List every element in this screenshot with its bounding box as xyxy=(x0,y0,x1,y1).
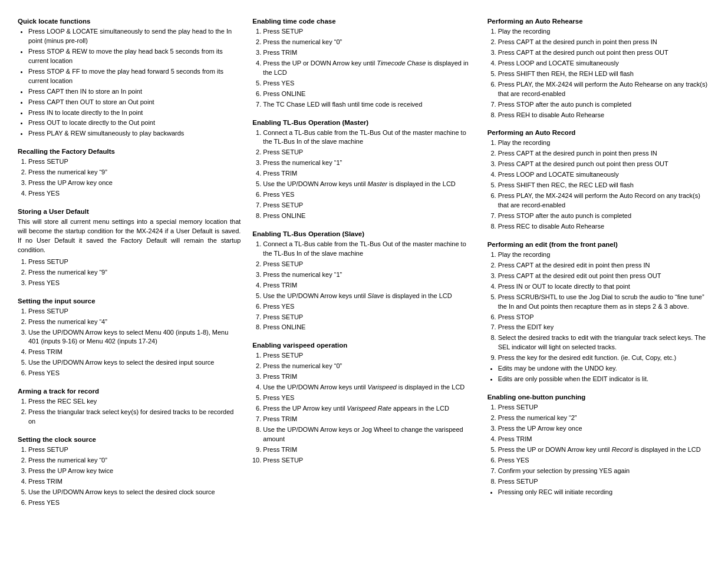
list-item: Press STOP & FF to move the play head fo… xyxy=(28,67,241,86)
list-item: Connect a TL-Bus cable from the TL-Bus O… xyxy=(263,128,475,147)
timecode-chase-list: Press SETUP Press the numerical key “0” … xyxy=(252,27,475,110)
list-item: Press CAPT then IN to store an In point xyxy=(28,87,241,97)
section-title-one-button-punch: Enabling one-button punching xyxy=(487,394,710,401)
section-edit-front-panel: Performing an edit (from the front panel… xyxy=(487,241,710,385)
list-item: Press LOOP and LOCATE simultaneously xyxy=(498,59,710,68)
list-item: Press TRIM xyxy=(263,48,475,58)
page-layout: Quick locate functions Press LOOP & LOCA… xyxy=(18,18,710,509)
section-title-auto-record: Performing an Auto Record xyxy=(487,129,710,136)
list-item: Press REC to disable Auto Rehearse xyxy=(498,222,710,232)
list-item: Edits may be undone with the UNDO key. xyxy=(498,364,710,373)
list-item: Press LOOP and LOCATE simultaneously xyxy=(498,170,710,180)
list-item: Press IN to locate directly to the In po… xyxy=(28,108,241,118)
list-item: Press STOP xyxy=(498,313,710,322)
section-title-edit-front-panel: Performing an edit (from the front panel… xyxy=(487,241,710,248)
list-item: Press the numerical key “0” xyxy=(28,456,241,465)
edit-front-panel-list: Play the recording Press CAPT at the des… xyxy=(487,250,710,363)
list-item: Press the REC SEL key xyxy=(28,397,241,406)
list-item: Press SHIFT then REH, the REH LED will f… xyxy=(498,70,710,79)
section-arm-track: Arming a track for record Press the REC … xyxy=(18,388,241,428)
section-varispeed: Enabling varispeed operation Press SETUP… xyxy=(252,342,475,466)
list-item: Press SETUP xyxy=(263,351,475,361)
list-item: Press TRIM xyxy=(28,348,241,357)
list-item: Press TRIM xyxy=(28,477,241,487)
list-item: Press TRIM xyxy=(263,169,475,178)
list-item: Press CAPT at the desired punch in point… xyxy=(498,38,710,47)
input-source-list: Press SETUP Press the numerical key “4” … xyxy=(18,307,241,379)
list-item: Press SETUP xyxy=(263,148,475,157)
quick-locate-list: Press LOOP & LOCATE simultaneously to se… xyxy=(18,27,241,138)
list-item: Use the UP/DOWN Arrow keys to select Men… xyxy=(28,328,241,347)
list-item: Press CAPT then OUT to store an Out poin… xyxy=(28,98,241,107)
section-tlbus-slave: Enabling TL-Bus Operation (Slave) Connec… xyxy=(252,230,475,333)
section-tlbus-master: Enabling TL-Bus Operation (Master) Conne… xyxy=(252,119,475,222)
list-item: Use the UP/DOWN Arrow keys to select the… xyxy=(28,488,241,497)
section-auto-rehearse: Performing an Auto Rehearse Play the rec… xyxy=(487,18,710,121)
list-item: Press REH to disable Auto Rehearse xyxy=(498,111,710,120)
list-item: Press YES xyxy=(28,279,241,288)
list-item: Press SCRUB/SHTL to use the Jog Dial to … xyxy=(498,293,710,312)
list-item: Press TRIM xyxy=(263,281,475,290)
tlbus-master-list: Connect a TL-Bus cable from the TL-Bus O… xyxy=(252,128,475,221)
list-item: Press ONLINE xyxy=(263,90,475,99)
list-item: Press PLAY & REW simultaneously to play … xyxy=(28,129,241,138)
list-item: Press ONLINE xyxy=(263,211,475,221)
list-item: Press the numerical key “4” xyxy=(28,318,241,327)
list-item: Press CAPT at the desired punch in point… xyxy=(498,149,710,158)
list-item: Press SETUP xyxy=(498,477,710,487)
list-item: Play the recording xyxy=(498,138,710,148)
list-item: Press SETUP xyxy=(28,157,241,167)
column-1: Quick locate functions Press LOOP & LOCA… xyxy=(18,18,241,509)
list-item: Press YES xyxy=(263,79,475,88)
list-item: Press the numerical key “0” xyxy=(263,38,475,47)
list-item: Press SETUP xyxy=(263,27,475,37)
column-2: Enabling time code chase Press SETUP Pre… xyxy=(252,18,475,467)
one-button-punch-bullets: Pressing only REC will initiate recordin… xyxy=(487,488,710,497)
list-item: Press the numerical key “2” xyxy=(498,414,710,423)
list-item: Press SETUP xyxy=(28,257,241,267)
list-item: Press OUT to locate directly to the Out … xyxy=(28,118,241,128)
list-item: Press YES xyxy=(28,498,241,508)
list-item: Press CAPT at the desired punch out poin… xyxy=(498,48,710,58)
list-item: Press the triangular track select key(s)… xyxy=(28,408,241,427)
list-item: Select the desired tracks to edit with t… xyxy=(498,333,710,352)
user-default-paragraph: This will store all current menu setting… xyxy=(18,217,241,255)
section-title-input-source: Setting the input source xyxy=(18,297,241,305)
list-item: Use the UP/DOWN Arrow keys until Slave i… xyxy=(263,292,475,301)
list-item: Press the UP Arrow key once xyxy=(498,424,710,434)
list-item: Press SETUP xyxy=(28,307,241,316)
list-item: Press the EDIT key xyxy=(498,323,710,332)
list-item: Press STOP after the auto punch is compl… xyxy=(498,100,710,110)
list-item: The TC Chase LED will flash until time c… xyxy=(263,100,475,110)
list-item: Press the UP Arrow key twice xyxy=(28,467,241,476)
factory-defaults-list: Press SETUP Press the numerical key “9” … xyxy=(18,157,241,199)
list-item: Press the numerical key “1” xyxy=(263,270,475,280)
section-factory-defaults: Recalling the Factory Defaults Press SET… xyxy=(18,148,241,200)
list-item: Press ONLINE xyxy=(263,323,475,332)
section-title-tlbus-slave: Enabling TL-Bus Operation (Slave) xyxy=(252,230,475,237)
list-item: Play the recording xyxy=(498,250,710,260)
list-item: Press PLAY, the MX-2424 will perform the… xyxy=(498,80,710,99)
list-item: Press STOP & REW to move the play head b… xyxy=(28,47,241,66)
list-item: Press CAPT at the desired punch out poin… xyxy=(498,160,710,169)
list-item: Press the numerical key “1” xyxy=(263,158,475,168)
list-item: Press SETUP xyxy=(498,403,710,412)
section-title-tlbus-master: Enabling TL-Bus Operation (Master) xyxy=(252,119,475,126)
section-title-clock-source: Setting the clock source xyxy=(18,436,241,443)
list-item: Press IN or OUT to locate directly to th… xyxy=(498,282,710,292)
list-item: Press CAPT at the desired edit out point… xyxy=(498,272,710,281)
section-one-button-punch: Enabling one-button punching Press SETUP… xyxy=(487,394,710,498)
list-item: Press the UP or DOWN Arrow key until Tim… xyxy=(263,59,475,78)
list-item: Press SETUP xyxy=(28,445,241,455)
section-timecode-chase: Enabling time code chase Press SETUP Pre… xyxy=(252,18,475,111)
user-default-list: Press SETUP Press the numerical key “9” … xyxy=(18,257,241,288)
auto-record-list: Play the recording Press CAPT at the des… xyxy=(487,138,710,231)
list-item: Use the UP/DOWN Arrow keys to select the… xyxy=(28,358,241,368)
list-item: Press TRIM xyxy=(263,415,475,424)
section-title-varispeed: Enabling varispeed operation xyxy=(252,342,475,349)
list-item: Use the UP/DOWN Arrow keys until Varispe… xyxy=(263,383,475,392)
tlbus-slave-list: Connect a TL-Bus cable from the TL-Bus O… xyxy=(252,240,475,332)
auto-rehearse-list: Play the recording Press CAPT at the des… xyxy=(487,27,710,120)
one-button-punch-list: Press SETUP Press the numerical key “2” … xyxy=(487,403,710,487)
list-item: Press CAPT at the desired edit in point … xyxy=(498,261,710,270)
